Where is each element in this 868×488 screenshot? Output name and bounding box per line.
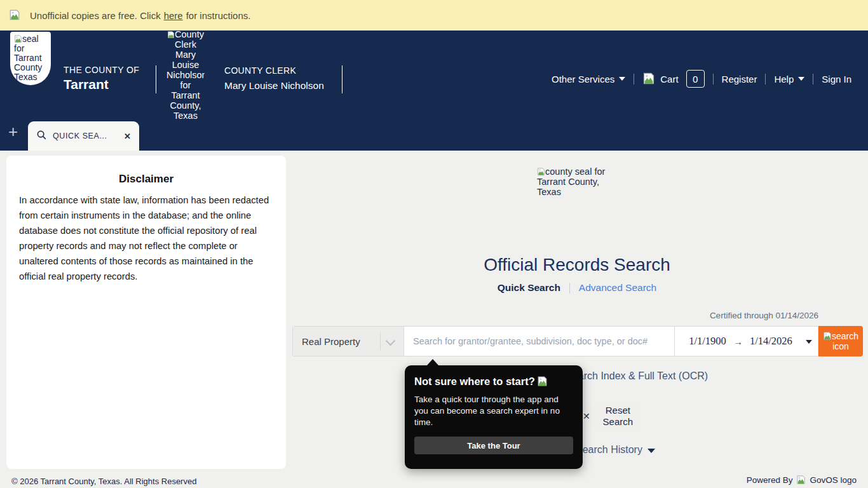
- cart-button[interactable]: Cart 0: [642, 70, 704, 88]
- powered-by-link[interactable]: Powered By GovOS logo: [747, 475, 857, 485]
- main-seal-alt-text: county seal for Tarrant County, Texas: [537, 166, 605, 197]
- close-tab-icon[interactable]: ✕: [124, 132, 131, 141]
- nav-separator: [634, 74, 634, 85]
- tab-advanced-search-link[interactable]: Advanced Search: [579, 282, 656, 294]
- option-search-fulltext-label: Search Index & Full Text (OCR): [566, 370, 708, 382]
- broken-image-icon: [537, 376, 548, 387]
- search-bar: Real Property 1/1/1900 → 1/14/2026: [292, 326, 818, 356]
- broken-image-icon: [9, 10, 20, 21]
- select-divider: [380, 332, 381, 350]
- notice-banner: Unofficial copies are free. Click here f…: [0, 0, 868, 30]
- tour-tooltip: Not sure where to start? Take a quick to…: [405, 365, 583, 469]
- disclaimer-panel: Disclaimer In accordance with state law,…: [6, 156, 286, 469]
- record-type-value: Real Property: [302, 336, 360, 347]
- header-divider: [342, 65, 342, 93]
- govos-logo-alt-text: GovOS logo: [810, 475, 857, 485]
- other-services-label: Other Services: [552, 74, 614, 85]
- take-the-tour-button[interactable]: Take the Tour: [414, 437, 573, 454]
- search-input[interactable]: [404, 327, 674, 356]
- chevron-down-icon: [798, 77, 804, 81]
- tooltip-arrow: [427, 359, 438, 365]
- instructions-link[interactable]: here: [164, 10, 183, 21]
- records-search-page: Unofficial copies are free. Click here f…: [0, 0, 868, 488]
- county-label: THE COUNTY OF: [64, 65, 139, 75]
- broken-image-icon: [537, 168, 545, 176]
- chevron-down-icon: [386, 336, 396, 346]
- site-header: seal for Tarrant County Texas THE COUNTY…: [0, 30, 868, 151]
- search-button-alt-text: search icon: [832, 331, 858, 351]
- arrow-right-icon: →: [733, 336, 743, 347]
- date-from-value: 1/1/1900: [689, 335, 726, 348]
- nav-separator: [813, 74, 813, 85]
- powered-by-label: Powered By: [747, 475, 793, 485]
- search-button[interactable]: search icon: [818, 326, 863, 356]
- clerk-photo-alt-text: County Clerk Mary Louise Nicholson for T…: [166, 29, 205, 121]
- county-title: THE COUNTY OF Tarrant: [64, 65, 139, 92]
- other-services-menu[interactable]: Other Services: [552, 74, 625, 85]
- chevron-down-icon: [648, 449, 655, 453]
- chevron-down-icon: [619, 77, 625, 81]
- copyright-text: © 2026 Tarrant County, Texas. All Rights…: [11, 477, 196, 486]
- cart-icon: [642, 72, 655, 85]
- header-nav: Other Services Cart 0 Register Help Sign…: [552, 70, 851, 88]
- header-divider: [156, 65, 156, 93]
- clerk-title: COUNTY CLERK Mary Louise Nicholson: [224, 65, 324, 92]
- search-history-toggle[interactable]: Search History: [576, 444, 655, 456]
- county-name: Tarrant: [64, 77, 139, 92]
- search-icon: [36, 130, 47, 143]
- tab-quick-search[interactable]: QUICK SEA... ✕: [28, 121, 139, 151]
- sign-in-link[interactable]: Sign In: [822, 74, 851, 85]
- nav-separator: [765, 74, 766, 85]
- broken-image-icon: [14, 35, 22, 43]
- certified-through-text: Certified through 01/14/2026: [628, 311, 818, 320]
- reset-search-label: Reset Search: [599, 405, 637, 428]
- new-tab-button[interactable]: +: [8, 122, 18, 142]
- clear-x-icon: ✕: [583, 411, 590, 421]
- help-label: Help: [774, 74, 794, 85]
- date-range-picker[interactable]: 1/1/1900 → 1/14/2026: [674, 327, 818, 356]
- clerk-name: Mary Louise Nicholson: [224, 80, 324, 92]
- nav-separator: [713, 74, 714, 85]
- banner-text-after: for instructions.: [186, 10, 251, 21]
- banner-text: Unofficial copies are free. Click: [30, 10, 161, 21]
- govos-logo-image: [796, 475, 806, 485]
- search-mode-tabs: Quick Search Advanced Search: [286, 282, 868, 294]
- clerk-label: COUNTY CLERK: [224, 65, 324, 76]
- help-menu[interactable]: Help: [774, 74, 804, 85]
- broken-image-icon: [823, 332, 832, 341]
- tooltip-title: Not sure where to start?: [414, 376, 535, 388]
- disclaimer-body: In accordance with state law, informatio…: [19, 193, 272, 284]
- tab-quick-search-link[interactable]: Quick Search: [498, 282, 560, 294]
- main-county-seal-image: county seal for Tarrant County, Texas: [537, 166, 620, 197]
- page-title: Official Records Search: [286, 255, 868, 275]
- chevron-down-icon: [806, 340, 812, 344]
- date-to-value: 1/14/2026: [750, 335, 792, 348]
- tab-label: QUICK SEA...: [53, 132, 124, 140]
- disclaimer-title: Disclaimer: [6, 173, 286, 186]
- tabs-separator: [569, 283, 570, 294]
- record-type-select[interactable]: Real Property: [293, 327, 404, 356]
- clerk-photo-image: County Clerk Mary Louise Nicholson for T…: [166, 29, 205, 121]
- cart-count-badge: 0: [686, 70, 705, 88]
- cart-label: Cart: [660, 74, 678, 85]
- county-seal-image: seal for Tarrant County Texas: [10, 32, 51, 85]
- search-history-label: Search History: [576, 444, 642, 456]
- register-link[interactable]: Register: [722, 74, 757, 85]
- broken-image-icon: [167, 31, 175, 39]
- tooltip-body: Take a quick tour through the app and yo…: [414, 394, 574, 428]
